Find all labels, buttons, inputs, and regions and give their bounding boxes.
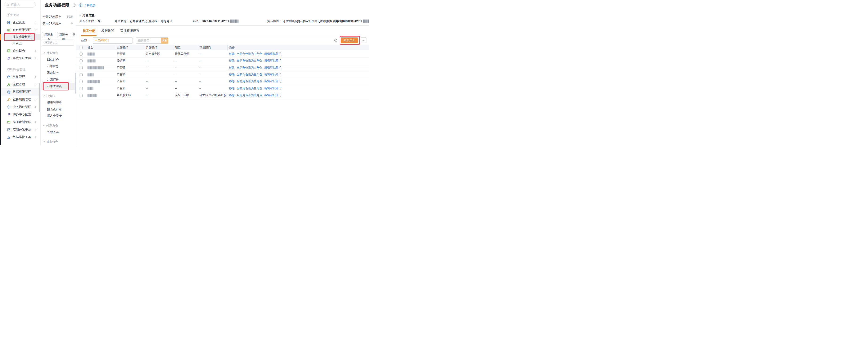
row-action-link[interactable]: 编辑审批部门 [264, 52, 281, 55]
sidebar-item[interactable]: 定制开发平台 [1, 126, 40, 133]
sidebar-subitem[interactable]: 业务功能权限 [1, 34, 40, 40]
new-group-button[interactable]: 新建分组 [57, 32, 70, 37]
row-action-link[interactable]: 移除 [229, 87, 235, 90]
row-action-link[interactable]: 移除 [229, 59, 235, 62]
search-button[interactable]: 搜索 [161, 37, 168, 44]
hex-settings-icon[interactable] [334, 39, 338, 42]
sidebar-item[interactable]: 界面定制管理 [1, 118, 40, 126]
sidebar-item[interactable]: 待办中心配置 [1, 111, 40, 118]
sidebar-item[interactable]: 企业日志 [1, 47, 40, 54]
row-checkbox[interactable] [80, 87, 83, 90]
row-action-link[interactable]: 当前角色设为主角色 [237, 80, 262, 83]
sidebar-item[interactable]: 角色权限管理 [1, 26, 40, 34]
employee-search-input[interactable] [136, 37, 161, 44]
sidebar-item[interactable]: 业务插件管理 [1, 103, 40, 111]
row-checkbox[interactable] [80, 53, 83, 56]
table-column-header[interactable]: 职位 [173, 45, 198, 50]
sidebar-item[interactable]: 对象管理 [1, 73, 40, 81]
collapse-triangle-icon[interactable] [79, 15, 81, 16]
tab[interactable]: 审批权限设置 [120, 26, 140, 36]
row-action-link[interactable]: 当前角色设为主角色 [237, 87, 262, 90]
role-item[interactable]: 报表管理员 [41, 99, 76, 106]
role-item[interactable]: 开票财务 [41, 76, 76, 83]
role-group-header[interactable]: 外勤角色 [41, 122, 76, 129]
role-item[interactable]: 回款财务 [41, 56, 76, 63]
row-checkbox[interactable] [80, 94, 83, 97]
field-value: 财务角色 [161, 20, 173, 23]
role-group-label: 服务角色 [46, 140, 58, 144]
tab[interactable]: 权限设置 [101, 26, 114, 36]
sidebar-item[interactable]: 企业设置 [1, 19, 40, 26]
role-list-scrollbar[interactable] [74, 73, 75, 94]
magnifier-icon [6, 3, 9, 6]
row-checkbox[interactable] [80, 66, 83, 69]
role-group-header[interactable]: 财务角色 [41, 50, 76, 56]
row-action-link[interactable]: 移除 [229, 80, 235, 83]
new-role-button[interactable]: 新建角色 [42, 32, 55, 37]
table-column-header[interactable]: 姓名 [86, 45, 115, 50]
role-item-label: 订单财务 [47, 64, 59, 68]
sidebar-search-input[interactable]: 请输入 [4, 2, 36, 7]
field-value: 否 [97, 20, 100, 23]
add-employee-button[interactable]: 添加员工 [341, 37, 358, 43]
role-group-header[interactable]: 服务角色 [41, 139, 76, 145]
row-action-link[interactable]: 当前角色设为主角色 [237, 59, 262, 62]
sidebar-item[interactable]: 数据权限管理 [1, 88, 40, 96]
table-column-header[interactable]: 主属部门 [115, 45, 144, 50]
select-all-checkbox[interactable] [80, 46, 83, 49]
row-action-link[interactable]: 当前角色设为主角色 [237, 73, 262, 76]
sidebar-item[interactable]: 集成平台管理 [1, 54, 40, 62]
role-search-input[interactable] [42, 39, 74, 46]
role-item[interactable]: 订单管理员 [41, 83, 76, 90]
table-column-header[interactable]: 附属部门 [144, 45, 173, 50]
role-info-section: 角色信息 角色名称：订单管理员 所属分组：财务角色 创建：2020-02-18 … [76, 10, 369, 26]
tab[interactable]: 员工分配 [83, 26, 95, 36]
more-actions-button[interactable]: ··· [361, 37, 367, 43]
table-column-header[interactable]: 审批部门 [198, 45, 227, 50]
field-label: 角色名称： [115, 20, 129, 23]
chevron-icon [35, 57, 37, 59]
select-department-input[interactable]: + 选择部门 [93, 37, 133, 44]
sidebar-item-label: 数据权限管理 [13, 90, 31, 94]
sidebar-subitem[interactable]: 用户组 [1, 40, 40, 47]
row-action-link[interactable]: 移除 [229, 66, 235, 69]
role-group-header[interactable]: BI角色 [41, 93, 76, 99]
crm-user-stat-row[interactable]: 全部CRM用户 52/5 [41, 14, 76, 20]
row-action-link[interactable]: 编辑审批部门 [264, 59, 281, 62]
role-item[interactable]: 报表查看者 [41, 113, 76, 119]
row-action-link[interactable]: 移除 [229, 52, 235, 55]
row-checkbox[interactable] [80, 80, 83, 83]
play-icon[interactable] [79, 3, 82, 7]
chevron-icon [35, 121, 37, 123]
page-header: 业务功能权限 ? 了解更多 [41, 0, 369, 10]
sidebar-item[interactable]: 数据维护工具 [1, 133, 40, 141]
row-checkbox[interactable] [80, 73, 83, 76]
employee-toolbar: 范围： + 选择部门 搜索 添加员工 ··· [76, 36, 369, 45]
row-action-link[interactable]: 当前角色设为主角色 [237, 52, 262, 55]
row-action-link[interactable]: 移除 [229, 93, 235, 97]
row-action-link[interactable]: 移除 [229, 73, 235, 76]
gear-icon[interactable] [72, 33, 76, 36]
role-item[interactable]: 外勤人员 [41, 129, 76, 136]
row-checkbox[interactable] [80, 59, 83, 62]
sidebar-scrollbar[interactable] [39, 83, 40, 112]
row-action-link[interactable]: 当前角色设为主角色 [237, 66, 262, 69]
table-row: 客户服务部 -- 高级工程师 研发部,产品部,客户服... 移除当前角色设为主角… [76, 92, 369, 99]
table-column-header[interactable]: 操作 [227, 45, 369, 50]
learn-more-link[interactable]: 了解更多 [84, 3, 96, 7]
row-action-link[interactable]: 编辑审批部门 [264, 80, 281, 83]
sidebar-item[interactable]: 业务规则管理 [1, 96, 40, 103]
row-action-link[interactable]: 编辑审批部门 [264, 73, 281, 76]
row-action-link[interactable]: 编辑审批部门 [264, 93, 281, 97]
chevron-icon [35, 129, 37, 131]
field-label: 最后修改： [319, 20, 334, 23]
role-item[interactable]: 订单财务 [41, 63, 76, 69]
sidebar-item[interactable]: 流程管理 [1, 81, 40, 88]
row-action-link[interactable]: 当前角色设为主角色 [237, 93, 262, 97]
row-action-link[interactable]: 编辑审批部门 [264, 87, 281, 90]
crm-user-stat-row[interactable]: 禁用CRM用户 0 [41, 21, 76, 27]
role-item[interactable]: 报表设计者 [41, 106, 76, 113]
role-item[interactable]: 退款财务 [41, 69, 76, 76]
help-icon[interactable]: ? [72, 3, 76, 7]
row-action-link[interactable]: 编辑审批部门 [264, 66, 281, 69]
